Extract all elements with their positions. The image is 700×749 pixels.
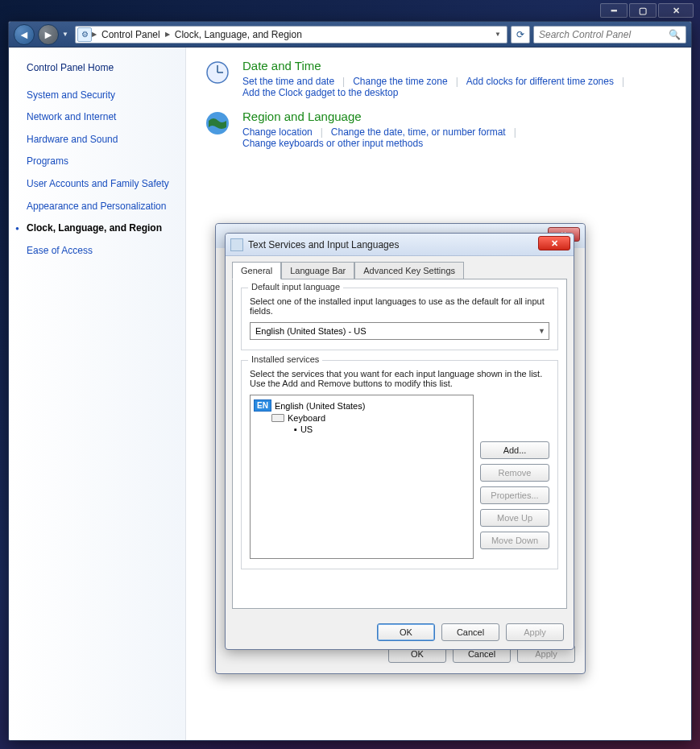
tab-general[interactable]: General: [232, 262, 281, 279]
bullet-icon: ▪: [294, 424, 297, 434]
text-services-dialog: Text Services and Input Languages ✕ Gene…: [225, 233, 574, 650]
search-input[interactable]: [539, 29, 669, 40]
keyboard-label: Keyboard: [288, 413, 325, 423]
breadcrumb-clock-language-region[interactable]: Clock, Language, and Region: [170, 29, 307, 40]
installed-services-group: Installed services Select the services t…: [241, 360, 558, 569]
tab-advanced-key-settings[interactable]: Advanced Key Settings: [354, 262, 464, 279]
group-label: Installed services: [248, 354, 322, 364]
category-region-language-title[interactable]: Region and Language: [242, 110, 673, 123]
keyboard-icon: [271, 414, 284, 422]
sidebar-item-user-accounts[interactable]: User Accounts and Family Safety: [27, 178, 177, 191]
dialog-close-button[interactable]: ✕: [538, 236, 570, 250]
combo-value: English (United States) - US: [255, 326, 367, 336]
link-change-time-zone[interactable]: Change the time zone: [353, 76, 447, 87]
sidebar-item-appearance[interactable]: Appearance and Personalization: [27, 201, 177, 213]
breadcrumb-control-panel[interactable]: Control Panel: [97, 29, 165, 40]
globe-icon: [204, 110, 231, 137]
link-change-keyboards[interactable]: Change keyboards or other input methods: [242, 138, 423, 149]
category-date-time-title[interactable]: Date and Time: [242, 59, 673, 72]
language-badge: EN: [254, 399, 271, 412]
group-label: Default input language: [248, 282, 343, 292]
toolbar: ◄ ► ▼ ⚙ ▶ Control Panel ▶ Clock, Languag…: [9, 22, 691, 48]
tree-keyboard-row[interactable]: Keyboard: [254, 412, 470, 424]
link-add-clock-gadget[interactable]: Add the Clock gadget to the desktop: [242, 87, 398, 98]
refresh-button[interactable]: ⟳: [511, 26, 530, 43]
maximize-button[interactable]: ▢: [629, 3, 657, 18]
link-set-time-date[interactable]: Set the time and date: [242, 76, 334, 87]
dialog-titlebar[interactable]: Text Services and Input Languages ✕: [226, 234, 574, 256]
move-up-button[interactable]: Move Up: [480, 509, 549, 527]
link-change-location[interactable]: Change location: [242, 126, 313, 138]
link-change-date-format[interactable]: Change the date, time, or number format: [331, 126, 506, 138]
chevron-down-icon: ▼: [538, 327, 545, 335]
add-button[interactable]: Add...: [480, 441, 549, 459]
default-input-language-group: Default input language Select one of the…: [241, 288, 558, 350]
default-input-desc: Select one of the installed input langua…: [250, 296, 549, 316]
address-bar[interactable]: ⚙ ▶ Control Panel ▶ Clock, Language, and…: [75, 26, 507, 43]
sidebar-home[interactable]: Control Panel Home: [27, 62, 177, 75]
clock-icon: [204, 59, 231, 86]
remove-button[interactable]: Remove: [480, 464, 549, 482]
tab-strip: General Language Bar Advanced Key Settin…: [226, 256, 574, 279]
services-tree[interactable]: EN English (United States) Keyboard ▪ US: [250, 395, 474, 559]
tab-page-general: Default input language Select one of the…: [232, 279, 567, 609]
search-box[interactable]: 🔍: [533, 26, 686, 43]
nav-history-dropdown[interactable]: ▼: [62, 31, 72, 38]
address-dropdown[interactable]: ▼: [491, 31, 505, 38]
sidebar-item-network-internet[interactable]: Network and Internet: [27, 111, 177, 124]
tree-language-row[interactable]: EN English (United States): [254, 399, 470, 412]
sidebar: Control Panel Home System and Security N…: [9, 48, 186, 740]
back-button[interactable]: ◄: [14, 24, 35, 45]
tree-keyboard-item[interactable]: ▪ US: [254, 424, 470, 435]
sidebar-item-ease-of-access[interactable]: Ease of Access: [27, 245, 177, 258]
dialog-title: Text Services and Input Languages: [248, 239, 399, 250]
properties-button[interactable]: Properties...: [480, 486, 549, 504]
forward-button[interactable]: ►: [38, 24, 59, 45]
search-icon: 🔍: [669, 29, 681, 40]
link-add-clocks[interactable]: Add clocks for different time zones: [466, 76, 614, 87]
keyboard-item: US: [300, 424, 313, 434]
installed-services-desc: Select the services that you want for ea…: [250, 369, 549, 388]
cancel-button[interactable]: Cancel: [441, 623, 499, 641]
default-language-combo[interactable]: English (United States) - US ▼: [250, 322, 549, 340]
sidebar-item-programs[interactable]: Programs: [27, 155, 177, 168]
apply-button[interactable]: Apply: [506, 623, 564, 641]
window-close-button[interactable]: ✕: [658, 3, 694, 18]
keyboard-icon: [230, 238, 243, 251]
tab-language-bar[interactable]: Language Bar: [281, 262, 354, 279]
ok-button[interactable]: OK: [377, 623, 435, 641]
sidebar-item-clock-language-region[interactable]: Clock, Language, and Region: [27, 222, 177, 235]
minimize-button[interactable]: ━: [600, 3, 628, 18]
sidebar-item-system-security[interactable]: System and Security: [27, 89, 177, 102]
control-panel-window: ◄ ► ▼ ⚙ ▶ Control Panel ▶ Clock, Languag…: [8, 21, 692, 741]
control-panel-icon: ⚙: [77, 27, 92, 42]
sidebar-item-hardware-sound[interactable]: Hardware and Sound: [27, 134, 177, 147]
language-name: English (United States): [275, 401, 366, 411]
move-down-button[interactable]: Move Down: [480, 532, 549, 549]
